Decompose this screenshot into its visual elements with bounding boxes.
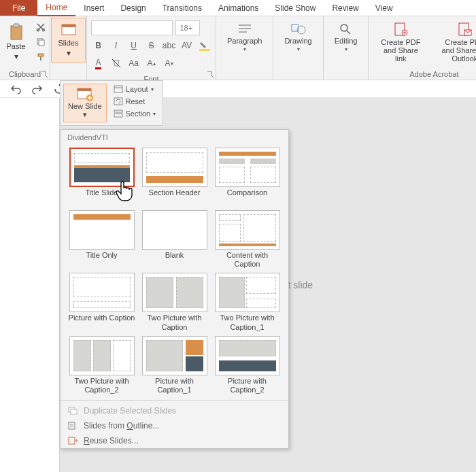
change-case-button[interactable]: Aa — [126, 56, 141, 71]
reuse-icon — [67, 436, 78, 445]
layout-icon — [114, 85, 123, 93]
create-pdf-share-button[interactable]: Create PDF and Share link — [373, 18, 428, 67]
font-size-combo[interactable]: 18+ — [175, 20, 200, 35]
section-button[interactable]: Section▾ — [109, 108, 160, 119]
tab-bar: File Home Insert Design Transitions Anim… — [0, 0, 476, 16]
dropdown-icon: ▾ — [243, 46, 246, 52]
gallery-theme-name: DividendVTI — [61, 130, 288, 145]
clipboard-group-label: Clipboard — [4, 69, 46, 80]
svg-rect-29 — [114, 114, 122, 117]
layout-comparison[interactable]: Comparison — [213, 148, 282, 206]
layout-label: Picture with Caption_1 — [140, 377, 209, 394]
redo-button[interactable] — [30, 82, 45, 97]
layout-title-slide[interactable]: Title Slide — [67, 148, 136, 206]
shrink-font-button[interactable]: A▾ — [162, 56, 177, 71]
font-launcher[interactable] — [206, 70, 214, 78]
new-slide-icon — [76, 87, 94, 102]
tab-insert[interactable]: Insert — [75, 0, 112, 16]
svg-rect-32 — [69, 422, 75, 429]
font-name-combo[interactable] — [91, 20, 173, 35]
svg-rect-5 — [39, 40, 44, 46]
copy-icon — [36, 37, 46, 47]
section-icon — [114, 109, 123, 118]
slides-from-outline-action[interactable]: Slides from Outline... — [61, 418, 288, 433]
layout-content-caption[interactable]: Content with Caption — [213, 210, 282, 269]
tab-home[interactable]: Home — [37, 0, 75, 16]
tab-design[interactable]: Design — [112, 0, 154, 16]
group-paragraph: Paragraph ▾ — [216, 16, 273, 80]
slide-icon — [61, 22, 77, 37]
svg-rect-10 — [199, 49, 210, 51]
reset-button[interactable]: Reset — [109, 96, 160, 107]
section-label: Section — [126, 109, 151, 118]
spacing-button[interactable]: AV — [180, 38, 194, 53]
slide-panel[interactable] — [0, 98, 60, 472]
editing-button[interactable]: Editing ▾ — [328, 18, 364, 56]
pdf-share-label: Create PDF and Share link — [379, 38, 422, 63]
new-slide-button[interactable]: New Slide ▾ — [63, 84, 107, 122]
dropdown-icon: ▾ — [83, 110, 87, 119]
svg-rect-0 — [11, 26, 22, 39]
layout-button[interactable]: Layout▾ — [109, 84, 160, 95]
acrobat-group-label: Adobe Acrobat — [373, 69, 476, 80]
paintbrush-icon — [36, 52, 46, 62]
layout-picture-caption-2[interactable]: Picture with Caption_2 — [213, 336, 282, 394]
layout-picture-caption[interactable]: Picture with Caption — [67, 273, 136, 331]
svg-rect-7 — [40, 56, 41, 61]
svg-rect-1 — [14, 24, 19, 27]
tab-transitions[interactable]: Transitions — [154, 0, 210, 16]
font-color-button[interactable]: A — [91, 56, 106, 71]
drawing-button[interactable]: Drawing ▾ — [277, 18, 318, 56]
bold-button[interactable]: B — [91, 38, 106, 53]
clipboard-launcher[interactable] — [40, 70, 48, 78]
layout-two-picture-caption[interactable]: Two Picture with Caption — [140, 273, 209, 331]
reuse-slides-action[interactable]: Reuse Slides... — [61, 433, 288, 448]
group-drawing: Drawing ▾ — [273, 16, 323, 80]
slides-label: Slides — [58, 39, 79, 47]
pdf-share-icon — [392, 22, 409, 37]
undo-button[interactable] — [8, 82, 23, 97]
grow-font-button[interactable]: A▴ — [144, 56, 159, 71]
highlight-button[interactable] — [197, 38, 212, 53]
cut-button[interactable] — [34, 20, 48, 34]
layout-label: Blank — [165, 251, 184, 269]
clear-format-button[interactable] — [109, 56, 124, 71]
underline-button[interactable]: U — [126, 38, 141, 53]
italic-button[interactable]: I — [109, 38, 124, 53]
shadow-button[interactable]: abc — [162, 38, 177, 53]
dropdown-icon: ▾ — [67, 48, 71, 58]
tab-view[interactable]: View — [367, 0, 401, 16]
tab-slideshow[interactable]: Slide Show — [267, 0, 324, 16]
slides-button[interactable]: Slides ▾ — [51, 18, 86, 63]
new-slide-label: New Slide — [68, 102, 102, 110]
layout-blank[interactable]: Blank — [140, 210, 209, 269]
svg-rect-6 — [38, 54, 44, 56]
layout-title-only[interactable]: Title Only — [67, 210, 136, 269]
tab-file[interactable]: File — [0, 0, 37, 16]
tab-review[interactable]: Review — [324, 0, 367, 16]
layout-two-picture-caption-1[interactable]: Two Picture with Caption_1 — [213, 273, 282, 331]
svg-rect-9 — [62, 24, 75, 27]
paragraph-button[interactable]: Paragraph ▾ — [220, 18, 269, 56]
paragraph-label: Paragraph — [227, 37, 262, 45]
svg-rect-31 — [71, 409, 77, 414]
group-acrobat: Create PDF and Share link Create PDF and… — [369, 16, 476, 80]
create-pdf-outlook-button[interactable]: Create PDF and Share via Outlook — [434, 18, 476, 67]
duplicate-slides-action: Duplicate Selected Slides — [61, 403, 288, 418]
reset-label: Reset — [126, 97, 146, 105]
layout-section-header[interactable]: Section Header — [140, 148, 209, 206]
strikethrough-button[interactable]: S — [144, 38, 159, 53]
copy-button[interactable] — [34, 35, 48, 49]
svg-rect-25 — [114, 86, 122, 92]
slide-layout-gallery: DividendVTI Title Slide Section Header — [60, 129, 289, 449]
editing-label: Editing — [335, 37, 358, 45]
paste-button[interactable]: Paste ▾ — [2, 20, 29, 64]
tab-animations[interactable]: Animations — [210, 0, 267, 16]
layout-picture-caption-1[interactable]: Picture with Caption_1 — [140, 336, 209, 394]
group-font: 18+ B I U S abc AV A Aa A▴ A▾ Font — [87, 16, 216, 80]
layout-label: Content with Caption — [213, 251, 282, 269]
svg-point-16 — [341, 24, 347, 31]
layout-two-picture-caption-2[interactable]: Two Picture with Caption_2 — [67, 336, 136, 394]
paragraph-icon — [237, 22, 253, 35]
format-painter-button[interactable] — [34, 50, 48, 64]
